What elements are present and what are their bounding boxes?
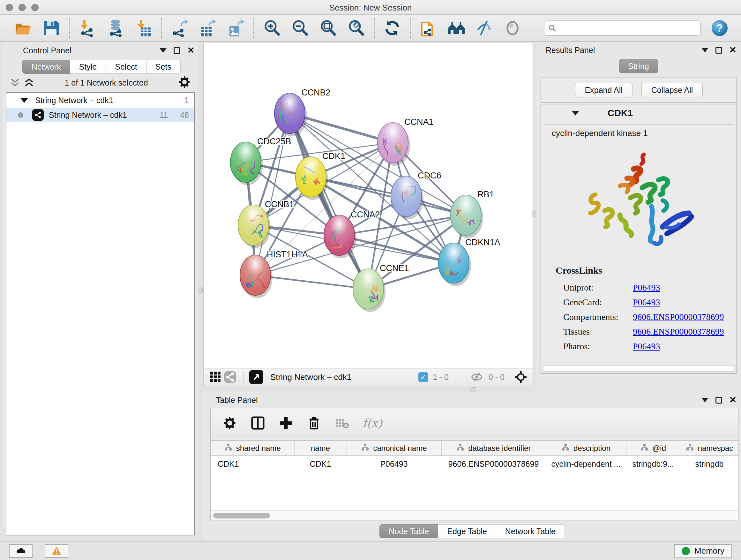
network-edge[interactable] — [311, 177, 466, 215]
zoom-in-icon[interactable] — [263, 19, 281, 37]
crosslink-link[interactable]: 9606.ENSP00000378699 — [633, 327, 724, 337]
crosslink-link[interactable]: P06493 — [633, 297, 660, 307]
home-icon[interactable] — [447, 19, 466, 37]
tab-sets[interactable]: Sets — [146, 60, 181, 74]
add-column-icon[interactable] — [278, 415, 293, 431]
hide-graphics-icon[interactable] — [475, 19, 494, 37]
results-scroll-track[interactable] — [543, 365, 735, 372]
tab-network[interactable]: Network — [22, 60, 70, 74]
export-table-icon[interactable] — [199, 19, 217, 37]
memory-button[interactable]: Memory — [674, 544, 732, 558]
selected-nodes-checkbox-icon[interactable]: ✓ — [418, 372, 428, 382]
grid-view-icon[interactable] — [208, 370, 223, 384]
network-node-CDC6[interactable]: CDC6 — [391, 171, 441, 219]
network-edge[interactable] — [290, 113, 368, 289]
network-node-CCNB2[interactable]: CCNB2 — [274, 88, 331, 136]
network-node-CDC25B[interactable]: CDC25B — [230, 137, 291, 185]
import-network-icon[interactable] — [78, 19, 97, 37]
collapse-all-button[interactable]: Collapse All — [642, 83, 703, 98]
network-collection-row[interactable]: String Network – cdk1 1 — [6, 93, 194, 108]
network-node-CDKN1A[interactable]: CDKN1A — [439, 238, 500, 286]
search-input[interactable] — [559, 23, 696, 33]
table-cell[interactable]: cyclin-dependent ... — [546, 456, 626, 472]
crosslink-link[interactable]: 9606.ENSP00000378699 — [633, 312, 724, 322]
search-field[interactable] — [544, 20, 701, 36]
column-header[interactable]: description — [546, 441, 626, 456]
table-cell[interactable]: P06493 — [347, 456, 441, 472]
close-panel-icon[interactable]: ✕ — [729, 46, 737, 55]
warning-button[interactable] — [45, 544, 68, 558]
float-panel-icon[interactable] — [716, 47, 722, 54]
show-graphics-icon[interactable] — [503, 19, 522, 37]
network-node-CCNB1[interactable]: CCNB1 — [238, 199, 294, 248]
columns-icon[interactable] — [250, 415, 266, 431]
import-table-icon[interactable] — [134, 19, 153, 37]
expand-all-icon[interactable] — [23, 78, 35, 87]
column-header[interactable]: @id — [626, 441, 680, 456]
table-cell[interactable]: CDK1 — [294, 456, 347, 472]
entry-expander-icon[interactable] — [572, 111, 579, 116]
zoom-selected-icon[interactable] — [347, 19, 365, 37]
network-node-CCNE1[interactable]: CCNE1 — [353, 263, 409, 312]
import-database-icon[interactable] — [106, 19, 125, 37]
network-node-HIST1H1A[interactable]: HIST1H1A — [240, 250, 308, 298]
zoom-out-icon[interactable] — [291, 19, 309, 37]
network-node-CCNA2[interactable]: CCNA2 — [324, 210, 380, 258]
crosslink-link[interactable]: P06493 — [633, 283, 660, 293]
export-image-icon[interactable] — [226, 19, 245, 37]
panel-menu-icon[interactable] — [701, 48, 709, 52]
column-header[interactable]: database identifier — [441, 441, 546, 456]
cloud-button[interactable] — [9, 544, 32, 558]
table-hscrollbar[interactable] — [211, 510, 738, 520]
float-panel-icon[interactable] — [174, 47, 180, 54]
network-options-gear-icon[interactable] — [178, 76, 191, 90]
function-builder-icon[interactable]: f(x) — [362, 417, 382, 430]
save-session-icon[interactable] — [42, 19, 61, 37]
gear-icon[interactable] — [222, 415, 238, 431]
share-document-icon[interactable] — [419, 19, 437, 37]
tab-select[interactable]: Select — [106, 60, 146, 74]
column-header[interactable]: canonical name — [347, 441, 441, 456]
network-canvas[interactable]: CCNB2CCNA1CDC25BCDK1CDC6RB1CCNB1CCNA2CDK… — [203, 42, 533, 368]
left-splitter-handle[interactable] — [198, 287, 203, 294]
table-toolbar: f(x) — [211, 408, 738, 438]
collapse-all-icon[interactable] — [10, 78, 20, 87]
table-cell[interactable]: CDK1 — [211, 456, 294, 472]
table-cell[interactable]: stringdb:9... — [626, 456, 680, 472]
close-panel-icon[interactable]: ✕ — [187, 46, 195, 55]
refresh-icon[interactable] — [383, 19, 401, 37]
column-header[interactable]: shared name — [211, 441, 294, 456]
delete-icon[interactable] — [307, 415, 322, 431]
tab-edge-table[interactable]: Edge Table — [438, 524, 496, 538]
collection-expander-icon[interactable] — [20, 98, 28, 103]
network-node-CCNA1[interactable]: CCNA1 — [378, 117, 434, 166]
panel-menu-icon[interactable] — [701, 398, 709, 402]
node-details-header[interactable]: CDK1 — [541, 105, 737, 122]
help-button[interactable]: ? — [712, 20, 728, 36]
close-panel-icon[interactable]: ✕ — [729, 395, 737, 405]
tab-string[interactable]: String — [619, 59, 658, 73]
export-network-icon[interactable] — [171, 19, 189, 37]
tab-network-table[interactable]: Network Table — [496, 524, 565, 538]
tab-style[interactable]: Style — [70, 60, 106, 74]
table-row[interactable]: CDK1CDK1P064939606.ENSP00000378699cyclin… — [211, 456, 738, 472]
table-cell[interactable]: stringdb — [680, 456, 738, 472]
table-hscroll-thumb[interactable] — [213, 513, 270, 518]
delete-table-icon[interactable] — [334, 415, 350, 431]
panel-menu-icon[interactable] — [159, 48, 166, 53]
float-panel-icon[interactable] — [716, 397, 722, 403]
zoom-fit-icon[interactable] — [319, 19, 337, 37]
table-cell[interactable]: 9606.ENSP00000378699 — [441, 456, 546, 472]
column-header[interactable]: name — [294, 441, 347, 456]
crosslink-link[interactable]: P06493 — [633, 341, 660, 352]
open-session-icon[interactable] — [14, 19, 32, 37]
bottom-splitter-handle[interactable] — [469, 387, 476, 392]
expand-all-button[interactable]: Expand All — [575, 83, 632, 98]
network-row[interactable]: String Network – cdk1 11 48 — [6, 108, 194, 122]
crosshair-icon[interactable] — [514, 370, 528, 384]
network-view-icon[interactable] — [223, 370, 238, 384]
network-node-RB1[interactable]: RB1 — [451, 190, 494, 238]
column-header[interactable]: namespac — [680, 441, 738, 456]
birdseye-view-icon[interactable] — [249, 370, 263, 384]
tab-node-table[interactable]: Node Table — [380, 524, 438, 538]
